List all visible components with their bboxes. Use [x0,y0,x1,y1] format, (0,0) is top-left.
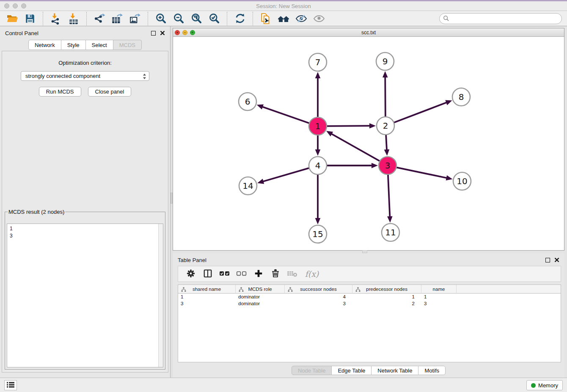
open-file-button[interactable] [3,12,21,25]
delete-table-button[interactable] [285,268,300,280]
zoom-fit-button[interactable] [187,12,205,25]
graph-edge-arrow-4-3 [372,163,378,168]
show-panel-button[interactable] [310,12,328,25]
export-network-button[interactable] [91,12,108,25]
export-image-button[interactable] [126,12,144,25]
clear-checkboxes-button[interactable] [234,268,249,280]
graph-node-1[interactable]: 1 [309,117,327,135]
maximize-frame-button[interactable]: + [190,30,195,35]
graph-node-6[interactable]: 6 [239,93,256,110]
graph-node-9[interactable]: 9 [376,52,394,70]
graph-edge-3-10[interactable] [397,168,448,178]
mcds-result-text[interactable]: 1 3 [7,224,163,367]
close-frame-button[interactable]: × [175,30,180,35]
result-scrollbar[interactable] [158,224,163,367]
function-builder-button[interactable]: f(x) [302,268,322,280]
table-cell[interactable]: 1 [352,294,421,301]
optimization-criterion-dropdown[interactable]: strongly connected component [21,71,149,81]
table-settings-button[interactable] [183,268,198,280]
task-history-button[interactable] [4,380,17,390]
column-header-predecessor-nodes[interactable]: predecessor nodes [352,285,421,293]
column-header-MCDS-role[interactable]: MCDS role [236,285,285,293]
tab-edge-table[interactable]: Edge Table [331,366,372,375]
close-panel-icon[interactable] [554,257,559,262]
zoom-in-button[interactable] [152,12,170,25]
graph-edge-4-14[interactable] [262,168,309,182]
tab-motifs[interactable]: Motifs [418,366,446,375]
mcds-result-group: MCDS result (2 nodes) 1 3 [5,209,165,370]
import-table-button[interactable] [65,12,83,25]
minimize-frame-button[interactable]: − [182,30,187,35]
memory-button[interactable]: Memory [526,380,563,390]
graph-edge-3-11[interactable] [388,175,390,218]
table-cell[interactable]: 3 [421,301,457,307]
table-cell[interactable]: 3 [178,301,236,307]
clone-network-button[interactable] [257,12,275,25]
select-all-checkboxes-button[interactable] [217,268,232,280]
table-row[interactable]: 3dominator323 [178,301,561,307]
table-cell[interactable]: 2 [352,301,421,307]
tab-select[interactable]: Select [85,40,113,50]
zoom-selected-button[interactable] [205,12,223,25]
column-header-name[interactable]: name [421,285,457,293]
graph-edge-2-8[interactable] [394,102,448,122]
home-view-button[interactable] [275,12,292,25]
graph-edge-1-2[interactable] [327,126,371,126]
zoom-fit-icon [191,13,202,24]
show-columns-button[interactable] [200,268,215,280]
graph-node-8[interactable]: 8 [452,88,470,106]
graph-node-4[interactable]: 4 [309,157,327,174]
graph-edge-2-9[interactable] [385,76,385,116]
run-mcds-button[interactable]: Run MCDS [39,87,81,97]
graph-node-3[interactable]: 3 [379,157,396,174]
import-network-button[interactable] [47,12,65,25]
control-panel-tabs: NetworkStyleSelectMCDS [0,40,170,50]
delete-column-button[interactable] [268,268,283,280]
graph-edge-3-1[interactable] [330,133,380,161]
search-input[interactable] [439,13,562,24]
hide-panel-button[interactable] [292,12,310,25]
table-row[interactable]: 1dominator411 [178,294,561,301]
checked-boxes-icon [219,270,230,279]
table-cell[interactable]: 1 [421,294,457,301]
graph-node-2[interactable]: 2 [377,117,394,135]
trash-icon [271,269,280,279]
toolbar-separator [227,12,227,25]
graph-node-15[interactable]: 15 [309,225,327,243]
horizontal-splitter-grip[interactable] [362,250,367,253]
close-panel-button[interactable]: Close panel [88,87,132,97]
tab-node-table[interactable]: Node Table [292,366,332,375]
tab-network-table[interactable]: Network Table [371,366,418,375]
network-canvas[interactable]: 7968124314101511 [173,37,564,250]
float-panel-icon[interactable] [545,258,550,262]
close-panel-icon[interactable] [160,30,165,36]
graph-node-7[interactable]: 7 [309,53,327,71]
status-bar: Memory [0,378,567,392]
graph-node-14[interactable]: 14 [239,177,257,195]
zoom-out-button[interactable] [170,12,187,25]
graph-node-11[interactable]: 11 [382,224,399,241]
table-cell[interactable]: 4 [285,294,352,301]
tab-mcds[interactable]: MCDS [113,40,142,50]
refresh-button[interactable] [231,12,249,25]
table-cell[interactable]: 1 [178,294,236,301]
table-cell[interactable]: dominator [236,294,285,301]
column-header-successor-nodes[interactable]: successor nodes [285,285,352,293]
save-session-button[interactable] [21,12,39,25]
graph-node-10[interactable]: 10 [453,172,471,190]
float-panel-icon[interactable] [151,31,156,36]
tab-style[interactable]: Style [61,40,86,50]
table-tabs: Node TableEdge TableNetwork TableMotifs [173,366,564,375]
column-header-shared-name[interactable]: shared name [178,285,236,293]
main-titlebar: Session: New Session [0,0,567,11]
mcds-panel: Optimization criterion: strongly connect… [2,51,168,373]
graph-edge-1-6[interactable] [261,106,309,123]
home-icon [277,13,290,24]
graph-edge-2-3[interactable] [386,135,387,151]
table-cell[interactable]: 3 [285,301,352,307]
export-table-button[interactable] [108,12,126,25]
network-frame-titlebar[interactable]: × − + scc.txt [173,28,564,37]
table-cell[interactable]: dominator [236,301,285,307]
tab-network[interactable]: Network [28,40,61,50]
add-column-button[interactable] [251,268,266,280]
